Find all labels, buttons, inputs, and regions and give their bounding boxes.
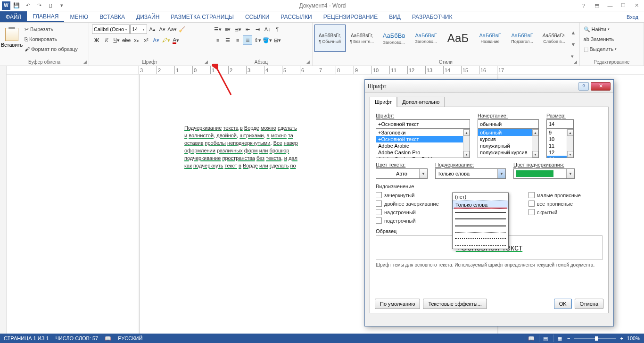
list-item[interactable]: +Заголовки xyxy=(376,129,470,136)
dialog-close-button[interactable]: ✕ xyxy=(591,82,611,91)
multilevel-button[interactable]: ⊟▾ xyxy=(233,25,242,34)
increase-indent-button[interactable]: ⇥ xyxy=(253,25,262,34)
style-item[interactable]: АаБбВвГг,¶ Обычный xyxy=(314,25,346,52)
double-strike-checkbox[interactable]: двойное зачеркивание xyxy=(376,201,439,207)
hidden-checkbox[interactable]: скрытый xyxy=(528,209,581,215)
tab-view[interactable]: ВИД xyxy=(383,11,406,22)
list-item[interactable]: полужирный xyxy=(478,142,538,149)
bullets-button[interactable]: ☰▾ xyxy=(213,25,223,34)
line-spacing-button[interactable]: ⇕▾ xyxy=(253,35,262,45)
clipboard-launcher-icon[interactable]: ◢ xyxy=(82,59,88,65)
close-icon[interactable]: ✕ xyxy=(631,1,642,10)
view-read-icon[interactable]: 📖 xyxy=(525,335,535,342)
cancel-button[interactable]: Отмена xyxy=(575,299,603,309)
font-name-input[interactable]: +Основной текст xyxy=(376,119,470,129)
underline-option-dotted-thick[interactable] xyxy=(453,235,508,242)
underline-option-double[interactable] xyxy=(453,222,508,229)
borders-button[interactable]: ⊞▾ xyxy=(272,35,282,45)
shading-button[interactable]: 🪣▾ xyxy=(263,35,272,45)
strikethrough-checkbox[interactable]: зачеркнутый xyxy=(376,192,439,198)
list-item[interactable]: +Основной текст xyxy=(376,136,470,142)
redo-button[interactable]: ↷ xyxy=(34,1,44,10)
tab-file[interactable]: ФАЙЛ xyxy=(0,11,27,22)
zoom-level[interactable]: 100% xyxy=(627,335,640,341)
decrease-indent-button[interactable]: ⇤ xyxy=(243,25,252,34)
style-item[interactable]: АаБбВвЗаголово... xyxy=(379,25,410,52)
copy-button[interactable]: ⎘Копировать xyxy=(23,34,80,44)
align-right-button[interactable]: ≡ xyxy=(233,35,242,45)
style-item[interactable]: АаБбВвГг,Слабое в... xyxy=(539,25,570,52)
font-size-list[interactable]: 910111214▲▼ xyxy=(546,129,574,158)
highlight-button[interactable]: 🖍▾ xyxy=(161,35,171,45)
tab-developer[interactable]: РАЗРАБОТЧИК xyxy=(406,11,458,22)
underline-option-words-only[interactable]: Только слова xyxy=(453,201,508,209)
justify-button[interactable]: ≣ xyxy=(243,35,252,45)
font-color-combo[interactable]: Авто▼ xyxy=(376,168,428,179)
list-item[interactable]: обычный xyxy=(478,129,538,136)
status-page[interactable]: СТРАНИЦА 1 ИЗ 1 xyxy=(4,335,49,341)
font-name-select[interactable]: Calibri (Осно▼ xyxy=(92,25,130,34)
style-item[interactable]: АаБбВвГЗаголово... xyxy=(411,25,442,52)
ribbon-options-icon[interactable]: ⬒ xyxy=(591,1,603,10)
change-case-button[interactable]: Aa▾ xyxy=(167,25,177,34)
align-left-button[interactable]: ≡ xyxy=(213,35,223,45)
help-icon[interactable]: ? xyxy=(578,1,589,10)
dialog-tab-font[interactable]: Шрифт xyxy=(370,97,397,107)
show-marks-button[interactable]: ¶ xyxy=(272,25,282,34)
underline-style-dropdown[interactable]: (нет) Только слова xyxy=(452,192,509,249)
list-item[interactable]: полужирный курсив xyxy=(478,149,538,156)
paste-button[interactable]: Вставить xyxy=(2,24,22,52)
tab-mailings[interactable]: РАССЫЛКИ xyxy=(275,11,317,22)
select-button[interactable]: ⬚Выделить▾ xyxy=(582,44,619,54)
grow-font-button[interactable]: A▴ xyxy=(148,25,157,34)
font-size-input[interactable]: 14 xyxy=(546,119,574,129)
view-web-icon[interactable]: ▦ xyxy=(553,335,563,342)
sort-button[interactable]: A↓ xyxy=(263,25,272,34)
format-painter-button[interactable]: 🖌Формат по образцу xyxy=(23,44,80,54)
touch-mode-button[interactable]: ▾ xyxy=(57,1,67,10)
font-style-list[interactable]: обычныйкурсивполужирныйполужирный курсив… xyxy=(478,129,539,158)
underline-option-single[interactable] xyxy=(453,209,508,216)
status-language[interactable]: РУССКИЙ xyxy=(118,335,142,341)
cut-button[interactable]: ✂Вырезать xyxy=(23,25,80,34)
font-launcher-icon[interactable]: ◢ xyxy=(203,59,209,65)
zoom-in-button[interactable]: + xyxy=(620,335,623,341)
style-item[interactable]: АаБбВвГПодзагол... xyxy=(507,25,538,52)
zoom-slider[interactable] xyxy=(574,338,616,339)
new-doc-button[interactable]: 🗋 xyxy=(45,1,56,10)
allcaps-checkbox[interactable]: все прописные xyxy=(528,201,581,207)
underline-option-thick[interactable] xyxy=(453,216,508,222)
status-spellcheck-icon[interactable]: 📖 xyxy=(105,335,111,342)
status-word-count[interactable]: ЧИСЛО СЛОВ: 57 xyxy=(56,335,99,341)
underline-option-dashed[interactable] xyxy=(453,242,508,249)
ok-button[interactable]: OK xyxy=(554,299,572,309)
subscript-button[interactable]: x₂ xyxy=(132,35,141,45)
tab-menu[interactable]: Меню xyxy=(64,11,94,22)
smallcaps-checkbox[interactable]: малые прописные xyxy=(528,192,581,198)
text-effects-button[interactable]: Текстовые эффекты... xyxy=(423,299,487,309)
tab-design[interactable]: ДИЗАЙН xyxy=(131,11,165,22)
underline-button[interactable]: Ч▾ xyxy=(112,35,121,45)
style-item[interactable]: АаБбВвГНазвание xyxy=(475,25,506,52)
font-name-list[interactable]: +Заголовки+Основной текстAdobe ArabicAdo… xyxy=(376,129,470,158)
replace-button[interactable]: abЗаменить xyxy=(582,34,619,44)
superscript-button[interactable]: x² xyxy=(141,35,151,45)
tab-review[interactable]: РЕЦЕНЗИРОВАНИЕ xyxy=(318,11,383,22)
dialog-tab-advanced[interactable]: Дополнительно xyxy=(397,97,445,107)
find-button[interactable]: 🔍Найти▾ xyxy=(582,25,619,34)
underline-color-combo[interactable]: ▼ xyxy=(513,168,575,179)
superscript-checkbox[interactable]: надстрочный xyxy=(376,209,439,215)
italic-button[interactable]: К xyxy=(102,35,111,45)
tab-references[interactable]: ССЫЛКИ xyxy=(239,11,275,22)
underline-option-dotted[interactable] xyxy=(453,229,508,235)
styles-launcher-icon[interactable]: ◢ xyxy=(573,59,578,65)
align-center-button[interactable]: ☰ xyxy=(223,35,232,45)
tab-home[interactable]: ГЛАВНАЯ xyxy=(27,11,64,22)
font-color-button[interactable]: A▾ xyxy=(171,35,181,45)
font-style-input[interactable]: обычный xyxy=(478,119,539,129)
underline-option-none[interactable]: (нет) xyxy=(453,193,508,201)
list-item[interactable]: Adobe Arabic xyxy=(376,142,470,149)
style-item[interactable]: АаБбВвГг,¶ Без инте... xyxy=(347,25,378,52)
font-size-select[interactable]: 14▼ xyxy=(130,25,147,34)
list-item[interactable]: курсив xyxy=(478,136,538,142)
